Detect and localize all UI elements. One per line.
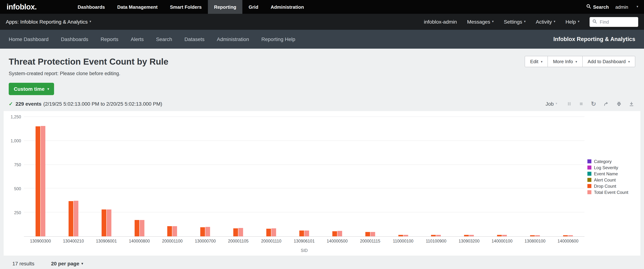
topbar-menu-grid[interactable]: Grid: [242, 0, 264, 14]
legend-item-log-severity: Log Severity: [588, 165, 638, 170]
bar-total-event-count[interactable]: [403, 235, 408, 236]
legend-item-event-name: Event Name: [588, 171, 638, 176]
main-content: Threat Protection Event Count by Rule Ed…: [0, 56, 644, 107]
more-info-button[interactable]: More Info▾: [548, 56, 582, 67]
x-tick-label: 140000500: [327, 239, 348, 243]
apps-selector-label: Apps: Infoblox Reporting & Analytics: [6, 19, 88, 25]
x-tick-label: 200001105: [228, 239, 248, 243]
bar-drop-count[interactable]: [431, 235, 436, 236]
edit-button[interactable]: Edit▾: [525, 56, 548, 67]
subnav-item-administration[interactable]: Administration: [210, 36, 255, 42]
bar-drop-count[interactable]: [563, 235, 568, 236]
bar-total-event-count[interactable]: [304, 230, 309, 236]
bar-drop-count[interactable]: [464, 235, 469, 236]
topbar-menu-smart-folders[interactable]: Smart Folders: [164, 0, 208, 14]
bar-drop-count[interactable]: [365, 232, 370, 236]
bar-total-event-count[interactable]: [370, 232, 375, 236]
x-tick-label: 140000600: [558, 239, 578, 243]
app-root: infoblox. DashboardsData ManagementSmart…: [0, 0, 644, 269]
bar-group-200001100: 200001100: [168, 117, 177, 236]
share-icon[interactable]: [604, 101, 609, 106]
bar-group-130906101: 130906101: [299, 117, 309, 236]
action-button-label: More Info: [553, 59, 573, 64]
bar-total-event-count[interactable]: [535, 235, 540, 236]
appbar-item-activity[interactable]: Activity▾: [536, 19, 556, 25]
bar-drop-count[interactable]: [36, 127, 40, 236]
legend-label: Category: [594, 159, 612, 164]
stop-icon[interactable]: [579, 102, 584, 106]
topbar-menu-administration[interactable]: Administration: [264, 0, 310, 14]
subnav-item-home-dashboard[interactable]: Home Dashboard: [9, 36, 54, 42]
legend-label: Drop Count: [594, 183, 616, 189]
bar-total-event-count[interactable]: [272, 228, 276, 236]
chevron-down-icon: ▾: [578, 20, 580, 23]
apps-selector[interactable]: Apps: Infoblox Reporting & Analytics ▾: [6, 19, 91, 25]
time-range: (2/19/25 5:02:13.000 PM to 2/20/25 5:02:…: [43, 101, 162, 107]
user-menu[interactable]: admin: [615, 4, 628, 10]
results-count: 17 results: [12, 261, 34, 266]
subnav-item-reporting-help[interactable]: Reporting Help: [255, 36, 302, 42]
bar-group-130903200: 130903200: [464, 117, 474, 236]
bar-total-event-count[interactable]: [436, 235, 441, 236]
topbar-menu-dashboards[interactable]: Dashboards: [72, 0, 111, 14]
bar-total-event-count[interactable]: [140, 220, 144, 236]
appbar-item-help[interactable]: Help▾: [566, 19, 580, 25]
custom-time-button[interactable]: Custom time ▾: [9, 83, 54, 95]
topbar-menu-reporting[interactable]: Reporting: [208, 0, 242, 14]
subnav-item-search[interactable]: Search: [150, 36, 178, 42]
bar-drop-count[interactable]: [497, 235, 502, 236]
appbar-item-messages[interactable]: Messages▾: [467, 19, 494, 25]
print-icon[interactable]: [616, 101, 622, 106]
chevron-down-icon[interactable]: ▾: [636, 5, 638, 8]
bar-group-110100900: 110100900: [431, 117, 441, 236]
topbar-menu-data-management[interactable]: Data Management: [111, 0, 164, 14]
bar-total-event-count[interactable]: [338, 231, 342, 236]
x-tick-label: 200001110: [261, 239, 281, 243]
bar-drop-count[interactable]: [398, 235, 403, 236]
bar-drop-count[interactable]: [200, 227, 205, 236]
page-title: Threat Protection Event Count by Rule: [9, 57, 168, 67]
subnav-item-alerts[interactable]: Alerts: [125, 36, 150, 42]
legend-label: Event Name: [594, 171, 618, 176]
pause-icon[interactable]: [567, 102, 572, 106]
bar-total-event-count[interactable]: [74, 201, 78, 236]
x-tick-label: 140000100: [492, 239, 512, 243]
bar-total-event-count[interactable]: [238, 228, 243, 236]
bar-drop-count[interactable]: [134, 220, 139, 236]
subnav-item-dashboards[interactable]: Dashboards: [54, 36, 94, 42]
bar-total-event-count[interactable]: [502, 235, 507, 236]
find-box[interactable]: [590, 17, 638, 27]
bar-drop-count[interactable]: [332, 231, 337, 236]
appbar-item-settings[interactable]: Settings▾: [504, 19, 526, 25]
add-to-dashboard-button[interactable]: Add to Dashboard▾: [582, 56, 635, 67]
bar-drop-count[interactable]: [168, 226, 172, 236]
per-page-selector[interactable]: 20 per page ▾: [51, 261, 83, 266]
subnav-item-reports[interactable]: Reports: [94, 36, 124, 42]
bar-total-event-count[interactable]: [469, 235, 474, 236]
infoblox-logo: infoblox.: [0, 0, 43, 14]
legend-label: Total Event Count: [594, 190, 628, 195]
bar-total-event-count[interactable]: [41, 126, 45, 236]
bar-drop-count[interactable]: [233, 228, 238, 236]
subnav-brand: Infoblox Reporting & Analytics: [553, 36, 635, 43]
find-input[interactable]: [599, 19, 635, 25]
subnav-item-datasets[interactable]: Datasets: [178, 36, 211, 42]
bar-total-event-count[interactable]: [568, 235, 573, 236]
appbar-item-label: Help: [566, 19, 576, 25]
bar-drop-count[interactable]: [102, 210, 106, 236]
appbar-item-infoblox-admin[interactable]: infoblox-admin: [424, 19, 457, 25]
reload-icon[interactable]: ↻: [591, 101, 596, 106]
appbar-item-label: infoblox-admin: [424, 19, 457, 25]
bar-total-event-count[interactable]: [106, 209, 111, 236]
bar-drop-count[interactable]: [68, 201, 73, 236]
bar-drop-count[interactable]: [530, 235, 535, 236]
bar-drop-count[interactable]: [266, 229, 271, 236]
chart-plot: 1309003001304002101309060011400008002000…: [24, 117, 584, 237]
global-search-button[interactable]: Search: [586, 4, 609, 10]
report-actions: Edit▾More Info▾Add to Dashboard▾: [525, 56, 635, 67]
bar-total-event-count[interactable]: [172, 226, 177, 236]
download-icon[interactable]: [629, 101, 634, 106]
bar-drop-count[interactable]: [299, 230, 304, 236]
bar-total-event-count[interactable]: [206, 227, 210, 236]
job-menu[interactable]: Job ▾: [546, 101, 557, 107]
